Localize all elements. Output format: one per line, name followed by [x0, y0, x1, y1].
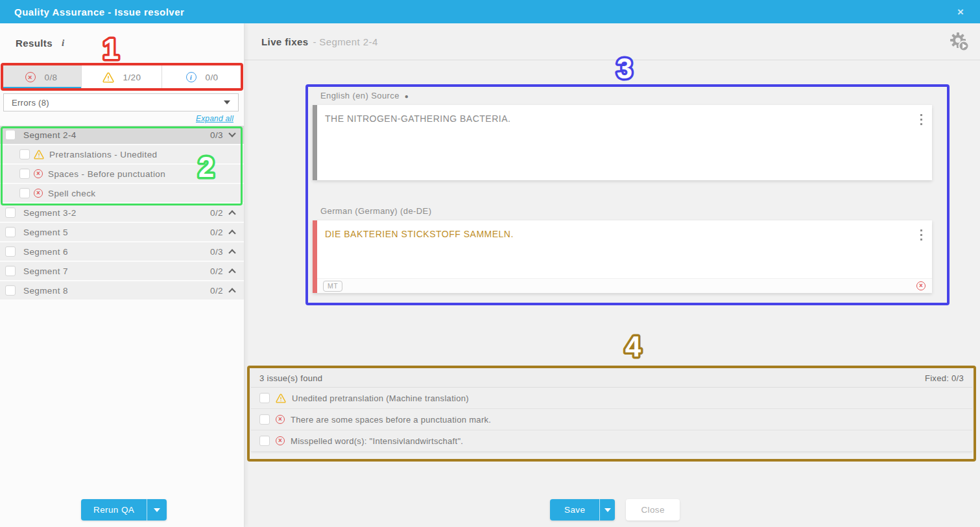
error-icon: × [34, 169, 43, 178]
mt-badge: MT [323, 281, 342, 292]
chevron-up-icon[interactable] [228, 268, 235, 275]
segment-checkbox[interactable] [5, 285, 16, 296]
tab-info[interactable]: i 0/0 [162, 65, 242, 89]
rerun-qa-split-button: Rerun QA [81, 499, 167, 521]
severity-filter-dropdown[interactable]: Errors (8) [3, 93, 239, 111]
issue-text: Misspelled word(s): "Intensivlandwirtsch… [291, 436, 463, 446]
rerun-qa-dropdown-button[interactable] [147, 499, 167, 521]
issue-checkbox[interactable] [259, 436, 270, 446]
issues-panel: 3 issue(s) found Fixed: 0/3 Unedited pre… [251, 369, 972, 452]
issue-row-spaces[interactable]: × Spaces - Before punctuation [0, 165, 244, 183]
issue-item-unedited-pretranslation[interactable]: Unedited pretranslation (Machine transla… [251, 388, 972, 409]
source-marker-icon: ● [405, 93, 409, 100]
issue-label: Spell check [48, 189, 95, 198]
error-icon: × [916, 281, 926, 290]
warning-icon [34, 150, 44, 159]
issue-checkbox[interactable] [259, 414, 270, 425]
segment-row-8[interactable]: Segment 8 0/2 [0, 281, 244, 299]
segment-count: 0/2 [210, 228, 223, 237]
issues-found-label: 3 issue(s) found [259, 373, 322, 383]
chevron-up-icon[interactable] [228, 229, 235, 237]
issue-checkbox[interactable] [19, 169, 30, 179]
warning-icon [102, 72, 114, 83]
chevron-down-icon [604, 508, 611, 512]
issue-item-misspelled-word[interactable]: × Misspelled word(s): "Intensivlandwirts… [251, 430, 972, 452]
segment-checkbox[interactable] [5, 130, 16, 140]
issue-item-spaces-before-punctuation[interactable]: × There are some spaces before a punctua… [251, 409, 972, 430]
source-text: THE NITROGEN-GATHERING BACTERIA. [325, 113, 900, 124]
title-bar: Quality Assurance - Issue resolver × [0, 0, 980, 23]
save-dropdown-button[interactable] [599, 499, 615, 521]
error-icon: × [34, 189, 43, 198]
issues-panel-header: 3 issue(s) found Fixed: 0/3 [251, 369, 972, 388]
results-sidebar: Results i × 0/8 1/20 i 0/0 Errors [0, 23, 245, 527]
segment-label: Segment 3-2 [23, 208, 77, 218]
save-button[interactable]: Save [550, 499, 599, 521]
segment-checkbox[interactable] [5, 227, 16, 237]
issue-row-spellcheck[interactable]: × Spell check [0, 184, 244, 202]
segment-count: 0/2 [210, 208, 223, 218]
kebab-menu-icon[interactable] [920, 114, 922, 125]
source-status-bar [313, 105, 317, 180]
segment-count: 0/2 [210, 266, 223, 276]
segment-checkbox[interactable] [5, 266, 16, 276]
segment-row-6[interactable]: Segment 6 0/3 [0, 242, 244, 261]
live-fixes-panel: Live fixes - Segment 2-4 [245, 23, 980, 527]
expand-all-link[interactable]: Expand all [196, 114, 233, 123]
tab-warnings[interactable]: 1/20 [82, 65, 162, 89]
issue-checkbox[interactable] [259, 393, 270, 403]
source-text-box[interactable]: THE NITROGEN-GATHERING BACTERIA. [313, 105, 932, 180]
results-title: Results [16, 38, 53, 49]
issue-checkbox[interactable] [19, 149, 30, 159]
qa-issue-resolver-window: Quality Assurance - Issue resolver × Res… [0, 0, 980, 527]
error-icon: × [276, 415, 285, 424]
filter-value: Errors (8) [12, 98, 49, 108]
chevron-down-icon[interactable] [228, 130, 235, 137]
segment-row-7[interactable]: Segment 7 0/2 [0, 262, 244, 280]
tab-errors-count: 0/8 [45, 73, 58, 82]
severity-tabs: × 0/8 1/20 i 0/0 [1, 65, 242, 89]
source-language-label: English (en) Source● [320, 91, 409, 100]
issue-text: There are some spaces before a punctuati… [291, 415, 491, 425]
target-text: DIE BAKTERIEN STICKSTOFF SAMMELN. [325, 229, 900, 239]
qa-settings-run-icon[interactable] [950, 32, 970, 52]
target-footer: MT × [317, 278, 932, 293]
dialog-footer-buttons: Save Close [550, 499, 680, 521]
error-icon: × [25, 72, 36, 82]
live-fixes-subtitle: - Segment 2-4 [313, 36, 377, 47]
chevron-down-icon [224, 100, 230, 104]
info-icon[interactable]: i [62, 38, 64, 49]
close-button[interactable]: Close [626, 499, 680, 521]
segment-checkbox[interactable] [5, 207, 16, 218]
kebab-menu-icon[interactable] [920, 229, 922, 240]
rerun-qa-button[interactable]: Rerun QA [81, 499, 147, 521]
chevron-up-icon[interactable] [228, 210, 235, 217]
tab-errors[interactable]: × 0/8 [1, 65, 82, 89]
segment-label: Segment 7 [23, 266, 68, 276]
issue-row-pretranslations[interactable]: Pretranslations - Unedited [0, 145, 244, 163]
segment-checkbox[interactable] [5, 246, 16, 257]
chevron-down-icon [154, 508, 160, 512]
issue-label: Spaces - Before punctuation [48, 169, 165, 179]
segment-row-5[interactable]: Segment 5 0/2 [0, 223, 244, 241]
segment-list: Segment 2-4 0/3 Pretranslations - Unedit… [0, 126, 244, 301]
segment-count: 0/3 [210, 247, 223, 257]
target-text-box[interactable]: DIE BAKTERIEN STICKSTOFF SAMMELN. MT × [313, 220, 932, 293]
issues-fixed-label: Fixed: 0/3 [925, 373, 964, 383]
info-circle-icon: i [186, 72, 197, 82]
target-status-bar [313, 220, 317, 293]
chevron-up-icon[interactable] [228, 288, 235, 295]
issue-label: Pretranslations - Unedited [49, 150, 157, 159]
live-fixes-header: Live fixes - Segment 2-4 [245, 23, 980, 60]
close-icon[interactable]: × [957, 6, 964, 18]
segment-count: 0/3 [210, 130, 223, 140]
issue-checkbox[interactable] [19, 188, 30, 198]
results-header-row: Results i [16, 38, 64, 49]
tab-info-count: 0/0 [206, 73, 219, 82]
error-icon: × [276, 436, 285, 445]
segment-row-2-4[interactable]: Segment 2-4 0/3 [0, 126, 244, 144]
chevron-up-icon[interactable] [228, 249, 235, 256]
segment-row-3-2[interactable]: Segment 3-2 0/2 [0, 204, 244, 222]
segment-label: Segment 8 [23, 286, 68, 296]
warning-icon [276, 393, 286, 403]
